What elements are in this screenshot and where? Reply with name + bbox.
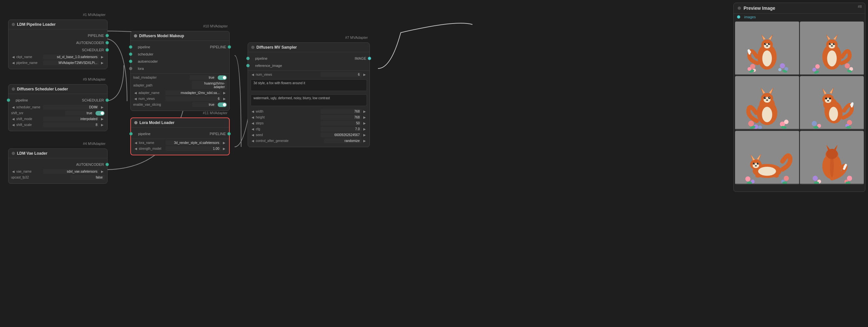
svg-point-56 xyxy=(765,97,765,98)
connector-lora-makeup[interactable] xyxy=(129,67,132,70)
seed-value[interactable]: 66009262624567 xyxy=(320,133,362,137)
vae-name-increment[interactable]: ▶ xyxy=(100,170,104,173)
connector-pipeline-in[interactable] xyxy=(7,99,10,102)
width-dec[interactable]: ◀ xyxy=(251,110,255,113)
num-views-model-decrement[interactable]: ◀ xyxy=(133,97,138,101)
shift-mode-decrement[interactable]: ◀ xyxy=(11,117,16,121)
vae-name-decrement[interactable]: ◀ xyxy=(11,170,16,173)
seed-inc[interactable]: ▶ xyxy=(362,133,367,137)
num-views-model-increment[interactable]: ▶ xyxy=(222,97,227,101)
svg-point-69 xyxy=(829,107,838,121)
shift-snr-toggle[interactable] xyxy=(95,111,104,115)
svg-point-34 xyxy=(833,43,835,45)
num-views-sampler-inc[interactable]: ▶ xyxy=(362,73,367,76)
connector-images-in[interactable] xyxy=(737,15,740,19)
connector-pipeline-lora-in[interactable] xyxy=(129,132,133,135)
node-status-diffusers-model xyxy=(134,34,137,37)
width-inc[interactable]: ▶ xyxy=(362,110,367,113)
pipeline-decrement[interactable]: ◀ xyxy=(11,61,16,64)
connector-pipeline-sampler-in[interactable] xyxy=(246,57,250,60)
control-after-value[interactable]: randomize xyxy=(324,138,362,143)
adapter-path-value[interactable]: huanngzh/mv-adapter xyxy=(192,81,227,89)
steps-dec[interactable]: ◀ xyxy=(251,121,255,125)
cfg-inc[interactable]: ▶ xyxy=(362,127,367,131)
shift-scale-increment[interactable]: ▶ xyxy=(100,123,104,127)
load-mvadapter-toggle[interactable] xyxy=(218,75,227,80)
num-views-model-value[interactable]: 6 xyxy=(165,96,222,101)
lora-name-value[interactable]: 3d_render_style_xl.safetensors xyxy=(165,140,221,145)
height-dec[interactable]: ◀ xyxy=(251,115,255,119)
width-value[interactable]: 768 xyxy=(320,109,362,114)
lora-name-increment[interactable]: ▶ xyxy=(222,141,226,144)
field-scheduler-name: ◀ scheduler_name DDIM ▶ xyxy=(11,105,104,110)
strength-value[interactable]: 1.00 xyxy=(165,146,221,151)
shift-mode-value[interactable]: interpolated xyxy=(43,116,99,121)
control-after-dec[interactable]: ◀ xyxy=(251,139,255,143)
scheduler-name-value[interactable]: DDIM xyxy=(43,105,99,110)
node-body-ldm-vae: AUTOENCODER ◀ vae_name sdxl_vae.safetens… xyxy=(8,158,107,183)
num-views-sampler-dec[interactable]: ◀ xyxy=(251,73,255,76)
prompt-field[interactable]: 3d style, a fox with flowers around it xyxy=(251,79,367,91)
ckpt-value[interactable]: sd_xl_base_1.0.safetensors xyxy=(43,55,99,59)
ckpt-increment[interactable]: ▶ xyxy=(100,55,104,59)
cfg-dec[interactable]: ◀ xyxy=(251,127,255,131)
port-label-scheduler: SCHEDULER xyxy=(79,48,107,52)
ckpt-decrement[interactable]: ◀ xyxy=(11,55,16,59)
adapter-name-decrement[interactable]: ◀ xyxy=(133,91,138,94)
node-header-ldm-pipeline[interactable]: LDM Pipeline Loader xyxy=(8,20,107,29)
port-label-autoencoder-makeup: autoencoder xyxy=(134,59,161,64)
strength-decrement[interactable]: ◀ xyxy=(133,147,138,151)
port-label-pipeline-makeup-out: PIPELINE xyxy=(207,45,229,49)
enable-vae-toggle[interactable] xyxy=(218,103,227,107)
pipeline-increment[interactable]: ▶ xyxy=(100,61,104,64)
connector-pipeline-makeup-out[interactable] xyxy=(228,45,231,49)
control-after-inc[interactable]: ▶ xyxy=(362,139,367,143)
height-value[interactable]: 768 xyxy=(320,115,362,120)
shift-mode-increment[interactable]: ▶ xyxy=(100,117,104,121)
adapter-name-increment[interactable]: ▶ xyxy=(222,91,227,94)
pipeline-value[interactable]: MVAdapterT2MVSDXLPi... xyxy=(43,60,99,65)
svg-point-83 xyxy=(813,126,818,129)
connector-scheduler-makeup[interactable] xyxy=(129,53,132,56)
svg-point-20 xyxy=(778,68,782,71)
node-header-lora[interactable]: Lora Model Loader xyxy=(131,118,229,128)
vae-name-value[interactable]: sdxl_vae.safetensors xyxy=(43,169,99,174)
node-header-diffusers-model[interactable]: Diffusers Model Makeup xyxy=(131,31,229,41)
connector-pipeline-lora-out[interactable] xyxy=(227,132,231,135)
preview-header[interactable]: Preview Image xyxy=(734,3,865,14)
svg-point-37 xyxy=(831,45,833,47)
num-views-sampler-value[interactable]: 6 xyxy=(320,72,362,77)
shift-scale-value[interactable]: 8 xyxy=(43,122,99,127)
seed-dec[interactable]: ◀ xyxy=(251,133,255,137)
port-pipeline-sampler-in: pipeline IMAGE xyxy=(248,55,370,62)
scheduler-name-increment[interactable]: ▶ xyxy=(100,105,104,109)
shift-scale-decrement[interactable]: ◀ xyxy=(11,123,16,127)
svg-point-55 xyxy=(768,97,771,99)
adapter-name-value[interactable]: mvadapter_t2mv_sdxl.sa... xyxy=(165,90,222,95)
port-label-pipeline-lora-out: PIPELINE xyxy=(206,132,229,136)
height-inc[interactable]: ▶ xyxy=(362,115,367,119)
connector-scheduler[interactable] xyxy=(105,48,109,52)
port-lora-makeup: lora xyxy=(131,65,229,72)
node-header-ldm-vae[interactable]: LDM Vae Loader xyxy=(8,149,107,158)
cfg-value[interactable]: 7.0 xyxy=(320,127,362,132)
svg-point-116 xyxy=(813,175,818,181)
connector-pipeline[interactable] xyxy=(105,34,109,37)
scheduler-name-decrement[interactable]: ◀ xyxy=(11,105,16,109)
connector-scheduler-out[interactable] xyxy=(105,99,109,102)
connector-autoencoder-vae[interactable] xyxy=(105,163,109,166)
connector-autoencoder-makeup[interactable] xyxy=(129,60,132,63)
port-label-pipeline-in: pipeline xyxy=(12,98,31,103)
steps-inc[interactable]: ▶ xyxy=(362,121,367,125)
connector-ref-sampler-in[interactable] xyxy=(246,64,250,67)
connector-image-sampler-out[interactable] xyxy=(368,57,371,60)
node-header-scheduler[interactable]: Diffusers Scheduler Loader xyxy=(8,84,107,94)
connector-pipeline-makeup-in[interactable] xyxy=(129,45,132,49)
negative-prompt-field[interactable]: watermark, ugly, deformed, noisy, blurry… xyxy=(251,94,367,106)
strength-increment[interactable]: ▶ xyxy=(222,147,226,151)
lora-name-decrement[interactable]: ◀ xyxy=(133,141,138,144)
node-header-sampler[interactable]: Diffusers MV Sampler xyxy=(248,43,370,52)
connector-autoencoder[interactable] xyxy=(105,41,109,45)
steps-value[interactable]: 50 xyxy=(320,121,362,126)
node-id-scheduler: #9 MVAdapter xyxy=(83,77,105,81)
